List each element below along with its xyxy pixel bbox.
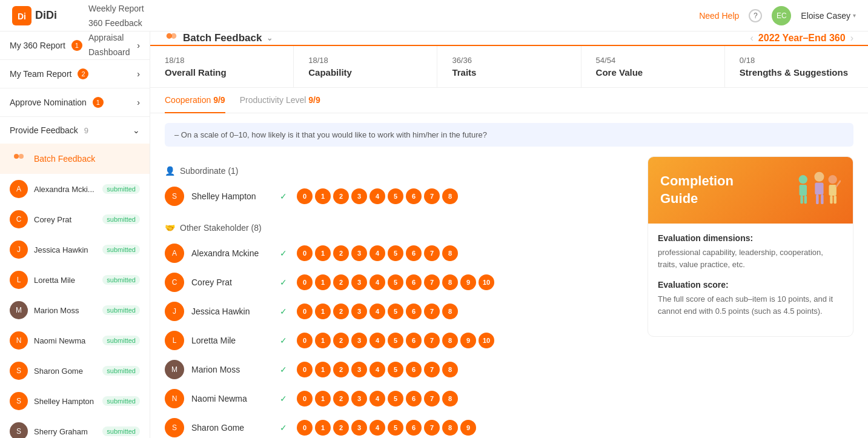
sidebar-person-4[interactable]: M Marion Moss submitted [0, 295, 150, 325]
stat-item-3: 54/54 Core Value [581, 46, 725, 87]
bubble-2-2: 2 [333, 304, 349, 319]
chevron-feedback-icon: ⌄ [133, 125, 140, 135]
subordinate-group-icon: 👤 [165, 166, 175, 176]
bubble-3-7: 7 [424, 333, 440, 348]
subordinate-people: S Shelley Hampton ✓ 012345678 [165, 182, 635, 211]
svg-point-10 [814, 172, 824, 182]
tab-bar: Cooperation 9/9Productivity Level 9/9 [150, 88, 868, 113]
bubble-3-10: 10 [479, 333, 494, 348]
bubble-6-3: 3 [351, 420, 367, 436]
stat-label-2: Traits [452, 67, 566, 78]
chevron-down-icon: ▾ [853, 12, 856, 19]
svg-point-2 [14, 154, 19, 159]
bubble-6-1: 1 [315, 420, 331, 436]
stat-fraction-1: 18/18 [308, 56, 422, 65]
bubble-1-4: 4 [369, 274, 385, 290]
sidebar-batch-feedback[interactable]: Batch Feedback [0, 144, 150, 174]
subordinate-group-header: 👤 Subordinate (1) [165, 166, 635, 176]
sidebar-person-2[interactable]: J Jessica Hawkin submitted [0, 234, 150, 265]
svg-point-14 [829, 175, 837, 184]
bubble-1-7: 7 [424, 274, 440, 290]
nav-item-360-feedback[interactable]: 360 Feedback [88, 16, 144, 30]
svg-point-3 [19, 154, 24, 159]
sidebar-status-7: submitted [102, 396, 140, 406]
bubble-0-3: 3 [351, 245, 367, 261]
batch-title-icon [165, 32, 178, 45]
bubble-3-1: 1 [315, 333, 331, 348]
stakeholder-people-row-1: C Corey Prat ✓ 012345678910 [165, 268, 635, 297]
title-dropdown-icon[interactable]: ⌄ [267, 34, 273, 42]
bubble-2-4: 4 [369, 304, 385, 319]
sidebar-avatar-5: N [10, 331, 28, 350]
tab-0[interactable]: Cooperation 9/9 [165, 88, 225, 113]
sidebar-person-7[interactable]: S Shelley Hampton submitted [0, 386, 150, 416]
sidebar-person-5[interactable]: N Naomi Newma submitted [0, 325, 150, 356]
bubble-2-8: 8 [442, 304, 458, 319]
sidebar-item-feedback[interactable]: Provide Feedback 9 ⌄ [0, 117, 150, 144]
stat-fraction-2: 36/36 [452, 56, 566, 65]
sidebar-label-360: My 360 Report [10, 41, 65, 50]
bubble-5-0: 0 [297, 391, 313, 406]
sidebar-person-8[interactable]: S Sherry Graham submitted [0, 416, 150, 438]
need-help-link[interactable]: Need Help [699, 11, 739, 21]
svg-rect-15 [829, 185, 836, 196]
sidebar-avatar-7: S [10, 392, 28, 410]
bubble-0-4: 4 [369, 188, 385, 204]
svg-line-18 [837, 181, 840, 187]
sidebar-person-1[interactable]: C Corey Prat submitted [0, 204, 150, 234]
sidebar-item-nomination[interactable]: Approve Nomination 1 › [0, 88, 150, 116]
chevron-nomination-icon: › [137, 98, 140, 107]
nav-item-appraisal[interactable]: Appraisal [88, 30, 144, 45]
stat-label-0: Overall Rating [165, 67, 279, 78]
bubble-2-3: 3 [351, 304, 367, 319]
help-icon[interactable]: ? [749, 9, 762, 22]
main-title: Batch Feedback [183, 32, 262, 44]
bubble-1-6: 6 [406, 274, 422, 290]
sidebar-person-6[interactable]: S Sharon Gome submitted [0, 356, 150, 386]
tab-1[interactable]: Productivity Level 9/9 [240, 88, 320, 113]
bubble-1-8: 8 [442, 274, 458, 290]
bubble-2-5: 5 [388, 304, 403, 319]
bubble-3-4: 4 [369, 333, 385, 348]
guide-eval-text: professional capability, leadership, coo… [658, 247, 843, 270]
sidebar-person-3[interactable]: L Loretta Mile submitted [0, 265, 150, 295]
bubble-0-5: 5 [388, 188, 403, 204]
stakeholder-group-icon: 🤝 [165, 223, 175, 233]
sidebar-name-8: Sherry Graham [34, 427, 96, 436]
score-bubbles-1: 012345678910 [297, 274, 494, 290]
year-prev-button[interactable]: ‹ [750, 33, 754, 44]
sidebar-name-5: Naomi Newma [34, 336, 96, 345]
score-bubbles-0: 012345678 [297, 188, 458, 204]
sidebar-status-0: submitted [102, 184, 140, 194]
bubble-0-2: 2 [333, 188, 349, 204]
stat-fraction-4: 0/18 [740, 56, 853, 65]
stakeholder-people-row-4: M Marion Moss ✓ 012345678 [165, 355, 635, 384]
nav-item-weekly-report[interactable]: Weekly Report [88, 1, 144, 16]
question-box: – On a scale of 0–10, how likely is it t… [165, 123, 853, 147]
bubble-1-9: 9 [460, 274, 476, 290]
person-avatar-0: A [165, 244, 184, 263]
sidebar: My 360 Report 1 › My Team Report 2 › App… [0, 32, 150, 438]
bubble-1-2: 2 [333, 274, 349, 290]
bubble-0-1: 1 [315, 188, 331, 204]
sidebar-item-team-report[interactable]: My Team Report 2 › [0, 60, 150, 88]
main-title-area: Batch Feedback ⌄ [165, 32, 273, 45]
nav-item-dashboard[interactable]: Dashboard [88, 45, 144, 59]
top-nav: Di DiDi To–do1OKRWeekly Report360 Feedba… [0, 0, 868, 32]
bubble-5-7: 7 [424, 391, 440, 406]
user-name-button[interactable]: Eloise Casey ▾ [801, 11, 856, 21]
year-next-button[interactable]: › [850, 33, 853, 44]
nav-links: To–do1OKRWeekly Report360 FeedbackApprai… [88, 0, 144, 59]
bubble-0-7: 7 [424, 245, 440, 261]
sidebar-status-2: submitted [102, 245, 140, 254]
person-avatar-6: S [165, 418, 184, 437]
sidebar-avatar-4: M [10, 301, 28, 319]
bubble-0-7: 7 [424, 188, 440, 204]
check-icon-0: ✓ [280, 191, 287, 201]
tab-label-1: Productivity Level [240, 95, 306, 105]
sidebar-person-0[interactable]: A Alexandra Mcki... submitted [0, 174, 150, 204]
logo[interactable]: Di DiDi [12, 6, 57, 25]
sidebar-label-nomination: Approve Nomination [10, 98, 87, 107]
person-avatar-5: N [165, 389, 184, 408]
bubble-2-0: 0 [297, 304, 313, 319]
